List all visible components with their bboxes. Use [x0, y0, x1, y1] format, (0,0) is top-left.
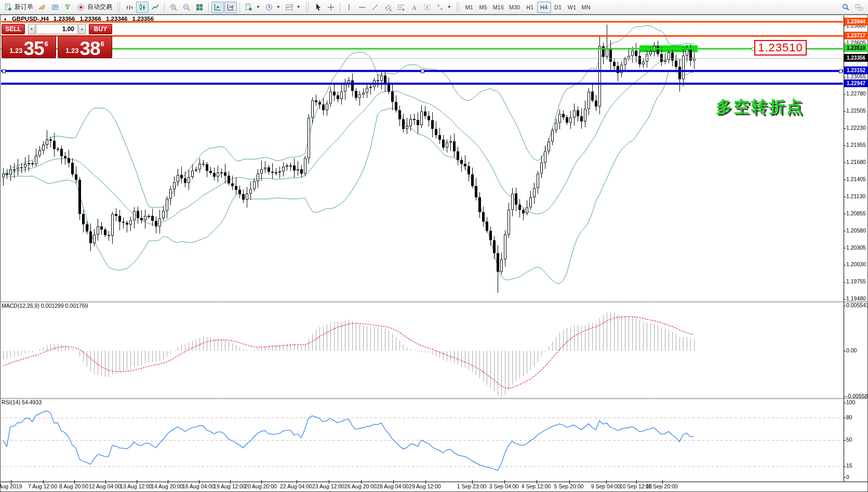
volume-field[interactable]: 1.00 [36, 24, 78, 34]
price-axis-tick: 1.21130 [846, 193, 865, 199]
volume-increase-button[interactable]: ▲ [78, 24, 86, 34]
template-icon [285, 3, 293, 11]
templates-button[interactable]: ▼ [283, 2, 303, 13]
arrows-button[interactable]: ▼ [434, 2, 453, 13]
signals-button[interactable] [62, 2, 74, 13]
time-axis-label: 14 Aug 20:00 [151, 483, 183, 489]
timeframe-button-h4[interactable]: H4 [537, 2, 551, 13]
chevron-down-icon: ▼ [447, 5, 451, 9]
timeframe-button-d1[interactable]: D1 [551, 2, 565, 13]
timeframe-bar: M1M5M15M30H1H4D1W1MN [462, 2, 593, 13]
price-axis-tick: 1.19755 [846, 278, 866, 284]
autotrading-label: 自动交易 [87, 3, 112, 11]
price-axis-badge-1.23510: 1.23510 [844, 44, 868, 52]
toolbar-separator [340, 2, 340, 12]
collapse-icon[interactable]: ▲ [3, 17, 7, 21]
time-axis-label: Aug 2019 [0, 483, 22, 489]
bar-chart-icon [125, 3, 133, 11]
periods-button[interactable]: ▼ [263, 2, 283, 13]
autoscroll-button[interactable] [211, 2, 224, 13]
zoom-out-icon [182, 3, 191, 11]
sell-button[interactable]: SELL [2, 24, 25, 34]
text-label-icon: T [423, 3, 431, 11]
toolbar: 新订单 自动交易 ▼ ▼ ▼ E F A T ▼ M1M5M15M30H1H4D… [0, 0, 868, 15]
autotrading-button[interactable]: 自动交易 [75, 2, 114, 13]
timeframe-button-m5[interactable]: M5 [476, 2, 490, 13]
time-axis-label: 20 Aug 20:00 [245, 483, 277, 489]
chat-icon [854, 3, 864, 11]
text-icon: A [410, 3, 418, 11]
rsi-indicator-label: RSI(14) 54.4933 [2, 399, 42, 406]
rsi-axis-tick: 15 [846, 462, 852, 469]
chart-title: ▲ GBPUSD-,H4 1.23366 1.23366 1.23346 1.2… [3, 16, 154, 22]
timeframe-button-mn[interactable]: MN [579, 2, 593, 13]
time-axis-label: 29 Aug 12:00 [409, 483, 441, 489]
price-axis-tick: 1.21680 [846, 159, 866, 165]
toolbar-grip [117, 3, 120, 12]
search-button[interactable] [839, 2, 852, 13]
svg-text:A: A [412, 4, 417, 11]
macd-axis-tick: 0.00 [846, 347, 857, 353]
time-axis-label: 4 Sep 12:00 [522, 483, 551, 489]
chevron-down-icon: ▼ [256, 5, 260, 9]
indicators-button[interactable]: ▼ [243, 2, 262, 13]
zoom-in-button[interactable] [167, 2, 180, 13]
price-axis-badge-1.23356: 1.23356 [844, 54, 868, 62]
channel-button[interactable]: E [382, 2, 394, 13]
text-button[interactable]: A [408, 2, 420, 13]
macd-indicator-label: MACD(12,26,9) 0.001299 0.001769 [2, 303, 88, 309]
trendline-button[interactable] [369, 2, 381, 13]
toolbar-grip [306, 3, 309, 12]
toolbar-grip [457, 3, 459, 12]
time-axis-label: 22 Aug 04:00 [280, 483, 312, 489]
autoscroll-icon [213, 3, 222, 11]
sell-price-pip: 6 [45, 40, 48, 48]
sell-price-box[interactable]: 1.23 35 6 [2, 36, 56, 58]
text-label-button[interactable]: T [421, 2, 433, 13]
fibonacci-icon: F [397, 3, 405, 11]
symbol-period-label: GBPUSD-,H4 [12, 16, 49, 22]
chat-button[interactable] [852, 2, 866, 13]
fibonacci-button[interactable]: F [395, 2, 407, 13]
buy-button[interactable]: BUY [89, 24, 112, 34]
chart-canvas[interactable] [1, 15, 868, 492]
timeframe-button-m15[interactable]: M15 [490, 2, 506, 13]
timeframe-button-m1[interactable]: M1 [462, 2, 476, 13]
bar-chart-button[interactable] [123, 2, 136, 13]
buy-price-big: 38 [79, 40, 100, 57]
horizontal-line-button[interactable] [356, 2, 368, 13]
candlestick-chart-button[interactable] [136, 2, 149, 13]
tile-windows-icon [195, 3, 204, 11]
toolbar-separator [208, 2, 209, 12]
price-axis-tick: 1.20580 [846, 227, 866, 234]
buy-price-box[interactable]: 1.23 38 6 [58, 36, 112, 58]
price-label-box[interactable]: 1.23510 [754, 40, 807, 56]
channel-icon: E [384, 3, 392, 11]
volume-decrease-button[interactable]: ▼ [28, 24, 35, 34]
timeframe-button-w1[interactable]: W1 [565, 2, 579, 13]
macd-axis-tick: -0.005583 [846, 393, 868, 399]
price-axis-tick: 1.21955 [846, 142, 866, 148]
book-button[interactable] [36, 2, 48, 13]
time-axis-label: 13 Aug 12:00 [120, 483, 152, 489]
vertical-line-button[interactable] [343, 2, 355, 13]
timeframe-button-h1[interactable]: H1 [523, 2, 537, 13]
metaeditor-button[interactable] [49, 2, 61, 13]
time-axis-label: 9 Sep 04:00 [591, 483, 621, 489]
price-axis-tick: 1.19480 [846, 295, 866, 302]
horizontal-line-icon [358, 3, 366, 11]
timeframe-button-m30[interactable]: M30 [506, 2, 523, 13]
cursor-button[interactable] [312, 2, 324, 13]
new-order-icon [4, 3, 12, 11]
price-axis-tick: 1.20030 [846, 261, 866, 267]
crosshair-button[interactable] [325, 2, 337, 13]
ohlc-close: 1.23356 [132, 16, 154, 22]
new-order-button[interactable]: 新订单 [2, 2, 35, 13]
zoom-out-button[interactable] [180, 2, 193, 13]
tile-windows-button[interactable] [193, 2, 206, 13]
chart-shift-button[interactable] [224, 2, 237, 13]
price-axis-badge-1.22947: 1.22947 [844, 79, 868, 87]
ohlc-high: 1.23366 [79, 16, 101, 22]
line-chart-button[interactable] [149, 2, 162, 13]
sell-price-big: 35 [23, 40, 44, 57]
